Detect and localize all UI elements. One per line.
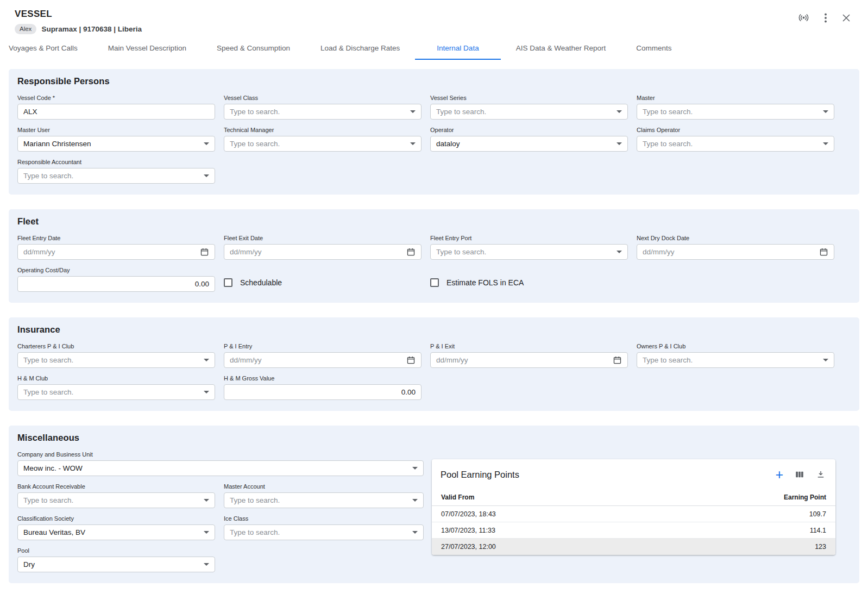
table-row[interactable]: 07/07/2023, 18:43 109.7 <box>432 506 835 522</box>
page-title: VESSEL <box>15 9 853 20</box>
columns-icon[interactable] <box>794 468 806 480</box>
column-header-earning-point[interactable]: Earning Point <box>784 493 826 501</box>
hm-club-label: H & M Club <box>17 375 215 382</box>
tab-main-vessel-description[interactable]: Main Vessel Description <box>93 36 202 60</box>
field-operator: Operator dataloy <box>430 127 628 152</box>
technical-manager-select[interactable]: Type to search. <box>224 136 422 152</box>
tab-internal-data[interactable]: Internal Data <box>415 36 500 60</box>
tab-ais-data-weather-report[interactable]: AIS Data & Weather Report <box>501 36 621 60</box>
vessel-series-select[interactable]: Type to search. <box>430 104 628 120</box>
field-owners-pi-club: Owners P & I Club Type to search. <box>637 343 834 368</box>
calendar-icon[interactable] <box>819 247 828 257</box>
pi-entry-date-input[interactable]: dd/mm/yy <box>224 352 422 368</box>
estimate-fols-checkbox-cell: Estimate FOLS in ECA <box>430 278 628 287</box>
operating-cost-day-input[interactable] <box>17 276 215 292</box>
charterers-pi-club-select[interactable]: Type to search. <box>17 352 215 368</box>
master-account-select[interactable]: Type to search. <box>224 492 424 508</box>
pool-label: Pool <box>17 547 424 554</box>
close-icon[interactable] <box>841 13 852 23</box>
calendar-icon[interactable] <box>406 247 416 257</box>
calendar-icon[interactable] <box>200 247 209 257</box>
tab-load-discharge-rates[interactable]: Load & Discharge Rates <box>305 36 415 60</box>
pi-exit-date-input[interactable]: dd/mm/yy <box>430 352 628 368</box>
table-row[interactable]: 13/07/2023, 11:33 114.1 <box>432 522 835 539</box>
operating-cost-day-label: Operating Cost/Day <box>17 267 215 274</box>
valid-from-cell: 27/07/2023, 12:00 <box>441 543 496 551</box>
tab-voyages-port-calls[interactable]: Voyages & Port Calls <box>9 36 93 60</box>
add-row-button[interactable]: + <box>774 468 784 481</box>
hm-club-select[interactable]: Type to search. <box>17 384 215 400</box>
field-fleet-entry-date: Fleet Entry Date dd/mm/yy <box>17 235 215 260</box>
calendar-icon[interactable] <box>613 355 622 365</box>
claims-operator-label: Claims Operator <box>637 127 834 134</box>
chevron-down-icon <box>204 531 209 534</box>
hm-gross-value-input[interactable] <box>224 384 422 400</box>
signal-icon[interactable] <box>797 11 810 24</box>
schedulable-checkbox-cell: Schedulable <box>224 278 422 287</box>
estimate-fols-checkbox-label: Estimate FOLS in ECA <box>446 278 524 287</box>
vessel-subtitle: Supramax | 9170638 | Liberia <box>41 25 142 33</box>
field-pi-entry: P & I Entry dd/mm/yy <box>224 343 422 368</box>
field-ice-class: Ice Class Type to search. <box>224 515 424 540</box>
estimate-fols-checkbox[interactable] <box>430 278 439 287</box>
kebab-menu-icon[interactable] <box>823 12 828 24</box>
technical-manager-label: Technical Manager <box>224 127 422 134</box>
pi-exit-label: P & I Exit <box>430 343 628 350</box>
ice-class-label: Ice Class <box>224 515 424 522</box>
chevron-down-icon <box>412 499 418 502</box>
schedulable-checkbox-label: Schedulable <box>240 278 282 287</box>
section-fleet: Fleet Fleet Entry Date dd/mm/yy Fleet Ex… <box>9 209 859 303</box>
earning-point-cell: 109.7 <box>809 510 826 518</box>
company-business-unit-select[interactable]: Meow inc. - WOW <box>17 460 424 476</box>
table-header-row: Valid From Earning Point <box>432 489 835 506</box>
section-insurance: Insurance Charterers P & I Club Type to … <box>9 317 859 411</box>
vessel-code-badge: Alex <box>15 24 36 34</box>
column-header-valid-from[interactable]: Valid From <box>441 493 474 501</box>
classification-society-select[interactable]: Bureau Veritas, BV <box>17 524 215 540</box>
table-row[interactable]: 27/07/2023, 12:00 123 <box>432 539 835 555</box>
fleet-entry-port-label: Fleet Entry Port <box>430 235 628 242</box>
master-select[interactable]: Type to search. <box>637 104 834 120</box>
field-hm-club: H & M Club Type to search. <box>17 375 215 400</box>
valid-from-cell: 13/07/2023, 11:33 <box>441 527 495 534</box>
section-title-insurance: Insurance <box>17 324 851 335</box>
field-fleet-exit-date: Fleet Exit Date dd/mm/yy <box>224 235 422 260</box>
tab-speed-consumption[interactable]: Speed & Consumption <box>202 36 305 60</box>
fleet-exit-date-input[interactable]: dd/mm/yy <box>224 244 422 260</box>
earning-point-cell: 123 <box>815 543 826 551</box>
fleet-entry-port-select[interactable]: Type to search. <box>430 244 628 260</box>
field-pi-exit: P & I Exit dd/mm/yy <box>430 343 628 368</box>
bank-account-receivable-select[interactable]: Type to search. <box>17 492 215 508</box>
master-user-select[interactable]: Mariann Christensen <box>17 136 215 152</box>
section-miscellaneous: Miscellaneous Company and Business Unit … <box>9 426 859 583</box>
valid-from-cell: 07/07/2023, 18:43 <box>441 510 496 518</box>
company-business-unit-label: Company and Business Unit <box>17 451 424 458</box>
field-fleet-entry-port: Fleet Entry Port Type to search. <box>430 235 628 260</box>
chevron-down-icon <box>410 142 416 145</box>
field-vessel-series: Vessel Series Type to search. <box>430 95 628 120</box>
chevron-down-icon <box>823 359 828 361</box>
schedulable-checkbox[interactable] <box>224 278 232 287</box>
field-vessel-class: Vessel Class Type to search. <box>224 95 422 120</box>
calendar-icon[interactable] <box>406 355 416 365</box>
ice-class-select[interactable]: Type to search. <box>224 524 424 540</box>
operator-select[interactable]: dataloy <box>430 136 628 152</box>
next-dry-dock-date-input[interactable]: dd/mm/yy <box>637 244 834 260</box>
plus-icon: + <box>775 469 783 480</box>
field-master-account: Master Account Type to search. <box>224 483 424 508</box>
owners-pi-club-select[interactable]: Type to search. <box>637 352 834 368</box>
fleet-entry-date-input[interactable]: dd/mm/yy <box>17 244 215 260</box>
download-icon[interactable] <box>815 468 827 480</box>
vessel-class-select[interactable]: Type to search. <box>224 104 422 120</box>
responsible-accountant-select[interactable]: Type to search. <box>17 168 215 184</box>
vessel-series-label: Vessel Series <box>430 95 628 102</box>
master-account-label: Master Account <box>224 483 424 490</box>
section-responsible-persons: Responsible Persons Vessel Code * Vessel… <box>9 69 859 195</box>
tab-comments[interactable]: Comments <box>621 36 687 60</box>
claims-operator-select[interactable]: Type to search. <box>637 136 834 152</box>
vessel-code-input[interactable] <box>17 104 215 120</box>
pool-select[interactable]: Dry <box>17 557 215 572</box>
section-title-responsible-persons: Responsible Persons <box>17 76 851 86</box>
pi-entry-label: P & I Entry <box>224 343 422 350</box>
field-claims-operator: Claims Operator Type to search. <box>637 127 834 152</box>
